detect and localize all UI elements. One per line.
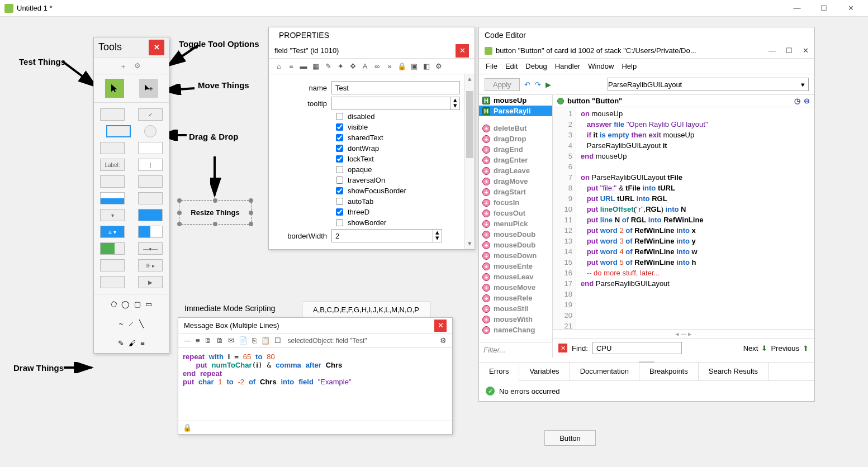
name-input[interactable] — [331, 81, 460, 94]
handler-item[interactable]: +mouseWith — [479, 314, 552, 325]
handler-item[interactable]: +mouseRele — [479, 293, 552, 303]
code-area[interactable]: 123456789101112131415161718192021 on mou… — [553, 107, 814, 329]
palette-player[interactable]: ▶ — [138, 276, 163, 288]
undo-icon[interactable]: ↶ — [524, 80, 530, 89]
check-showFocusBorder[interactable] — [336, 187, 343, 194]
borderwidth-input[interactable] — [331, 229, 433, 242]
polygon-icon[interactable]: ⬠ — [111, 300, 117, 308]
handler-item[interactable]: +dragDrop — [479, 134, 552, 144]
color-icon[interactable]: ◧ — [422, 62, 431, 70]
oval-icon[interactable]: ◯ — [121, 300, 130, 308]
palette-progress[interactable] — [100, 242, 125, 255]
handler-item[interactable]: +nameChang — [479, 325, 552, 335]
list-icon[interactable]: ≡ — [287, 62, 296, 70]
redo-icon[interactable]: ↷ — [535, 80, 541, 89]
lock-icon[interactable]: 🔒 — [397, 62, 406, 70]
handler-item[interactable]: HmouseUp — [479, 95, 552, 106]
handler-combo[interactable]: ParseRaylibGUILayout▾ — [608, 78, 809, 91]
handler-item[interactable]: +deleteBut — [479, 123, 552, 134]
editor-maximize[interactable]: ☐ — [786, 46, 793, 55]
handler-item[interactable]: +menuPick — [479, 218, 552, 229]
curve-icon[interactable]: ~ — [119, 320, 124, 328]
menu-handler[interactable]: Handler — [555, 62, 581, 70]
border-icon[interactable]: ▣ — [410, 62, 419, 70]
palette-graphic[interactable] — [100, 276, 125, 288]
palette-text[interactable]: | — [138, 159, 163, 171]
check-autoTab[interactable] — [336, 198, 343, 205]
palette-group[interactable] — [100, 259, 125, 271]
palette-button[interactable] — [100, 108, 125, 121]
handler-item[interactable]: +mouseMove — [479, 282, 552, 293]
paint-icon[interactable]: ✎ — [118, 339, 124, 347]
run-icon[interactable]: ▶ — [546, 80, 551, 89]
menu-debug[interactable]: Debug — [525, 62, 547, 70]
grid-icon[interactable]: ▦ — [311, 62, 320, 70]
handler-item[interactable]: +mouseLeav — [479, 271, 552, 282]
single-line-icon[interactable]: — — [184, 336, 191, 345]
freehand-icon[interactable]: ⟋ — [127, 320, 135, 328]
check-sharedText[interactable] — [336, 134, 343, 141]
close-button[interactable]: ✕ — [838, 0, 864, 17]
editor-close[interactable]: ✕ — [803, 46, 809, 55]
palette-tab[interactable] — [138, 209, 163, 221]
paste-icon[interactable]: 📋 — [261, 336, 270, 345]
handler-item[interactable]: +mouseEnte — [479, 261, 552, 271]
line-icon[interactable]: ╲ — [139, 320, 144, 328]
plus-icon[interactable]: ＋ — [120, 61, 129, 70]
msgbox-close-button[interactable]: ✕ — [434, 320, 447, 332]
apply-button[interactable]: Apply — [485, 78, 520, 91]
lock-icon[interactable]: 🔒 — [183, 423, 192, 432]
properties-scrollbar[interactable]: ▴▾ — [464, 74, 475, 249]
menu-icon[interactable]: ≡ — [140, 339, 145, 347]
handler-item[interactable]: +mouseDoub — [479, 240, 552, 250]
check-lockText[interactable] — [336, 155, 343, 163]
rect-icon[interactable]: ▭ — [145, 300, 152, 308]
palette-scrollbar[interactable] — [100, 142, 125, 154]
tooltip-input[interactable] — [331, 97, 451, 110]
tools-close-button[interactable]: ✕ — [149, 40, 164, 55]
palette-split[interactable] — [100, 192, 125, 204]
handler-item[interactable]: +dragEnter — [479, 155, 552, 165]
menu-help[interactable]: Help — [622, 62, 637, 70]
move-tool[interactable] — [139, 79, 158, 98]
find-input[interactable] — [592, 342, 682, 354]
handler-item[interactable]: HParseRayli — [479, 106, 552, 116]
palette-slider[interactable]: —●— — [138, 242, 163, 255]
link-icon[interactable]: ∞ — [373, 62, 382, 70]
palette-checkbox[interactable]: ✓ — [138, 108, 163, 121]
mail-icon[interactable]: ✉ — [228, 336, 234, 345]
copy-icon[interactable]: ⎘ — [252, 336, 257, 345]
handler-item[interactable]: +dragMove — [479, 176, 552, 187]
check-opaque[interactable] — [336, 166, 343, 173]
find-next[interactable]: Next — [743, 344, 758, 352]
filter-input[interactable]: Filter... — [479, 342, 552, 358]
splitter[interactable]: ═══ — [479, 358, 814, 362]
palette-list[interactable] — [100, 175, 125, 188]
roundrect-icon[interactable]: ▢ — [134, 300, 141, 308]
gear-icon[interactable]: ⚙ — [440, 336, 447, 345]
brush-icon[interactable]: 🖌 — [129, 339, 136, 347]
handler-item[interactable]: +mouseStil — [479, 303, 552, 314]
more-icon[interactable]: » — [385, 62, 394, 70]
check-showBorder[interactable] — [336, 219, 343, 226]
check-visible[interactable] — [336, 123, 343, 131]
handler-item[interactable]: +focusOut — [479, 208, 552, 218]
palette-table[interactable] — [138, 175, 163, 188]
doc1-icon[interactable]: 🗎 — [205, 336, 212, 345]
gear-icon[interactable]: ⚙ — [434, 62, 443, 70]
text-icon[interactable]: A — [361, 62, 369, 70]
tab-errors[interactable]: Errors — [479, 363, 519, 381]
palette-combo[interactable]: a ▾ — [100, 226, 125, 238]
menu-window[interactable]: Window — [588, 62, 614, 70]
palette-panel[interactable] — [138, 226, 163, 238]
menu-edit[interactable]: Edit — [505, 62, 518, 70]
palette-radio[interactable] — [144, 125, 156, 137]
handler-item[interactable]: +mouseDown — [479, 250, 552, 261]
palette-field[interactable] — [106, 125, 131, 137]
tab-documentation[interactable]: Documentation — [570, 363, 639, 380]
tab-search-results[interactable]: Search Results — [699, 363, 769, 380]
stack-icon[interactable]: ▬ — [299, 62, 308, 70]
tab-variables[interactable]: Variables — [519, 363, 570, 380]
collapse-icon[interactable]: ⊖ — [804, 97, 810, 105]
handler-item[interactable]: +dragEnd — [479, 144, 552, 155]
